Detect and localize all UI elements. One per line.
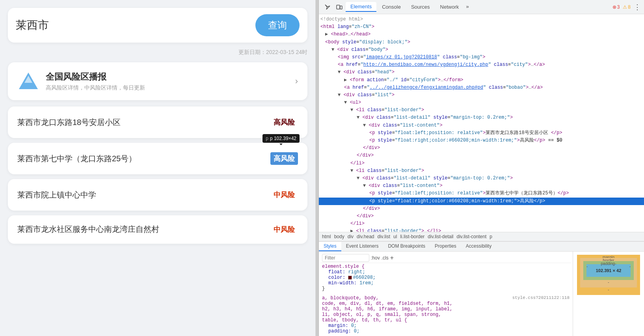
left-panel: 查询 更新日期：2022-03-15 24时 全国风险区播报 高风险区详情，中风… — [0, 0, 315, 336]
risk-badge-0: 高风险 — [270, 116, 298, 129]
html-line-9[interactable]: <a href="../../gelizhengce/fengxianmingd… — [319, 84, 644, 91]
style-link[interactable]: style.css?20211122:118 — [512, 295, 570, 300]
style-rule-global: a, blockquote, body, style.css?20211122:… — [320, 295, 571, 335]
html-line-0[interactable]: <!doctype html> — [319, 16, 644, 23]
svg-rect-2 — [337, 5, 340, 9]
html-line-8[interactable]: ▶ <form action="./" id="cityForm">…</for… — [319, 77, 644, 84]
styles-tab-accessibility[interactable]: Accessibility — [461, 242, 496, 251]
style-prop-1: color: #660208; — [322, 275, 570, 280]
tab-elements[interactable]: Elements — [346, 2, 376, 12]
style-prop-0: float: right; — [322, 269, 570, 275]
style-rule-selector-1b: code, em, div, dl, dt, em, fieldset, for… — [322, 301, 570, 306]
filter-cls-button[interactable]: .cls — [382, 255, 389, 261]
breadcrumb-li[interactable]: li.list-border — [400, 234, 424, 239]
box-model-content: 102.391 × 42 — [586, 264, 631, 277]
device-toolbar-icon[interactable] — [334, 2, 345, 13]
html-line-2[interactable]: ▶ <head>…</head> — [319, 31, 644, 38]
tab-sources[interactable]: Sources — [406, 2, 435, 11]
box-margin-bottom-dash: - — [580, 287, 637, 292]
html-line-18[interactable]: </div> — [319, 152, 644, 159]
box-padding-dash-left: - — [586, 264, 588, 269]
styles-tab-bar: Styles Event Listeners DOM Breakpoints P… — [319, 242, 644, 252]
html-line-23[interactable]: <p style="float:left;position: relative"… — [319, 190, 644, 197]
box-padding-dash-right: - — [629, 264, 631, 269]
html-line-25[interactable]: </div> — [319, 205, 644, 213]
tab-network[interactable]: Network — [436, 2, 464, 11]
html-line-7[interactable]: ▼ <div class="head"> — [319, 69, 644, 76]
banner-card[interactable]: 全国风险区播报 高风险区详情，中风险区详情，每日更新 › — [8, 62, 307, 100]
devtools-menu-icon[interactable]: ⋮ — [634, 3, 641, 11]
html-line-14[interactable]: ▼ <div class="list-content"> — [319, 122, 644, 129]
update-date: 更新日期：2022-03-15 24时 — [8, 49, 307, 56]
inspect-element-icon[interactable] — [322, 2, 333, 13]
html-line-26[interactable]: </div> — [319, 213, 644, 220]
location-name-3: 莱西市龙水社区服务中心南龙湾庄自然村 — [17, 223, 270, 235]
search-button[interactable]: 查询 — [255, 14, 300, 36]
breadcrumb-div-detail[interactable]: div.list-detail — [428, 234, 453, 239]
tooltip-p-label: p — [266, 136, 268, 141]
html-line-28[interactable]: ▶ <li class="list-border">…</li> — [319, 228, 644, 232]
location-name-1: 莱西市第七中学（龙口东路25号） — [17, 153, 270, 164]
html-line-16[interactable]: <p style="float:right;color:#660208;min-… — [319, 137, 644, 144]
html-line-20[interactable]: ▼ <li class="list-border"> — [319, 167, 644, 175]
breadcrumb-p[interactable]: p — [490, 234, 492, 239]
box-label-padding: padding- — [601, 261, 616, 266]
location-name-2: 莱西市院上镇中心中学 — [17, 190, 270, 200]
html-line-3[interactable]: <body style="display: block;"> — [319, 39, 644, 46]
html-line-13[interactable]: ▼ <div class="list-detail" style="margin… — [319, 114, 644, 121]
html-line-10[interactable]: ▼ <div class="list"> — [319, 91, 644, 99]
styles-filter-input[interactable] — [322, 254, 369, 262]
list-item-2[interactable]: 莱西市院上镇中心中学 中风险 — [8, 179, 307, 211]
devtools-topbar: Elements Console Sources Network » ⊗ 3 ⚠… — [319, 0, 644, 14]
search-input[interactable] — [16, 19, 255, 32]
styles-tab-dom-breakpoints[interactable]: DOM Breakpoints — [383, 242, 430, 251]
box-model-panel: margin - - border - - padding- - - 102.3… — [573, 252, 644, 336]
list-item-0[interactable]: 莱西市龙口东路18号安居小区 高风险 — [8, 106, 307, 138]
html-line-27[interactable]: </li> — [319, 220, 644, 228]
style-rule-selector-1e: table, tbody, td, th, tr, ul { — [322, 317, 570, 323]
breadcrumb-div-head[interactable]: div.head — [357, 234, 374, 239]
styles-tab-styles[interactable]: Styles — [319, 242, 341, 251]
html-line-12[interactable]: ▼ <li class="list-border"> — [319, 106, 644, 114]
list-item-1[interactable]: p p 102.39×42 莱西市第七中学（龙口东路25号） 高风险 — [8, 143, 307, 174]
html-line-5[interactable]: <img src="images/xz_01.jpg?20210818" cla… — [319, 54, 644, 61]
html-line-15[interactable]: <p style="float:left;position: relative"… — [319, 129, 644, 137]
html-line-1[interactable]: <html lang="zh-CN"> — [319, 23, 644, 31]
html-line-19[interactable]: </li> — [319, 160, 644, 167]
html-line-24[interactable]: <p style="float:right;color:#660208;min-… — [319, 198, 644, 205]
list-item-3[interactable]: 莱西市龙水社区服务中心南龙湾庄自然村 中风险 — [8, 215, 307, 244]
color-swatch-0 — [348, 276, 352, 280]
html-line-6[interactable]: <a href="http://m.bendibao.com/news/ygde… — [319, 61, 644, 69]
breadcrumb-ul[interactable]: ul — [393, 234, 397, 239]
styles-tab-properties[interactable]: Properties — [430, 242, 461, 251]
tooltip-bubble: p p 102.39×42 — [262, 134, 300, 143]
styles-body: :hov .cls + element.style { float: right… — [319, 252, 644, 336]
breadcrumb-html[interactable]: html — [322, 234, 331, 239]
tab-console[interactable]: Console — [377, 2, 406, 11]
filter-hov-button[interactable]: :hov — [371, 255, 380, 261]
box-model-outer: margin - - border - - padding- - - 102.3… — [577, 255, 640, 295]
html-line-17[interactable]: </div> — [319, 144, 644, 152]
style-rule-close-0: } — [322, 286, 570, 291]
location-name-0: 莱西市龙口东路18号安居小区 — [17, 117, 270, 128]
html-line-22[interactable]: ▼ <div class="list-content"> — [319, 182, 644, 190]
devtools-errors: ⊗ 3 ⚠ 8 ⋮ — [612, 3, 641, 11]
breadcrumb-div-content[interactable]: div.list-content — [456, 234, 486, 239]
html-line-4[interactable]: ▼ <div class="body"> — [319, 46, 644, 54]
devtools-panel: Elements Console Sources Network » ⊗ 3 ⚠… — [315, 0, 644, 336]
breadcrumb-body[interactable]: body — [334, 234, 344, 239]
filter-plus-button[interactable]: + — [390, 254, 394, 261]
devtools-resize-handle[interactable] — [316, 0, 319, 336]
more-tabs-icon[interactable]: » — [464, 2, 471, 11]
breadcrumb-div-list[interactable]: div.list — [378, 234, 390, 239]
devtools-html-panel[interactable]: <!doctype html> <html lang="zh-CN"> ▶ <h… — [319, 14, 644, 232]
breadcrumb-div[interactable]: div — [348, 234, 354, 239]
html-line-11[interactable]: ▼ <ul> — [319, 99, 644, 106]
style-prop-2: min-width: 1rem; — [322, 280, 570, 286]
tooltip-wrapper: p p 102.39×42 — [262, 134, 300, 143]
styles-tab-event-listeners[interactable]: Event Listeners — [341, 242, 383, 251]
devtools-styles-panel: Styles Event Listeners DOM Breakpoints P… — [319, 241, 644, 336]
style-rule-selector-1c: h2, h3, h4, h5, h6, iframe, img, input, … — [322, 306, 570, 312]
html-line-21[interactable]: ▼ <div class="list-detail" style="margin… — [319, 175, 644, 182]
devtools-breadcrumb: html body div div.head div.list ul li.li… — [319, 232, 644, 241]
